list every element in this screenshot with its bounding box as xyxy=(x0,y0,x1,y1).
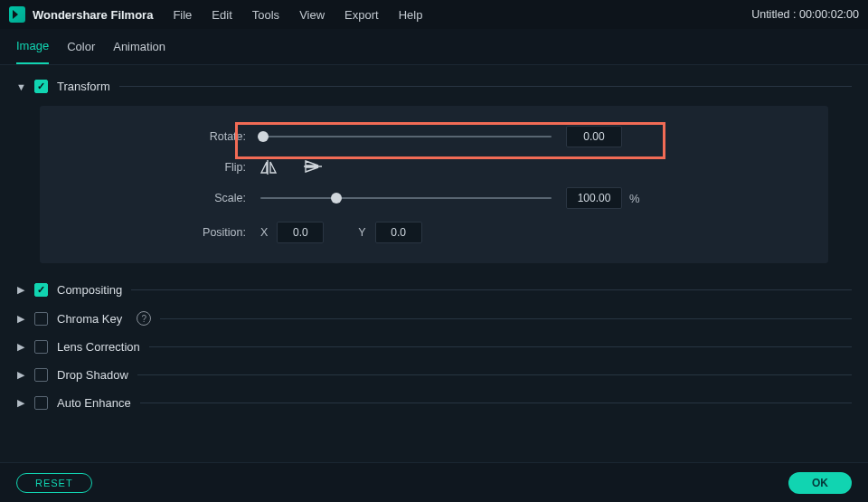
menu-help[interactable]: Help xyxy=(399,8,423,22)
app-title: Wondershare Filmora xyxy=(33,8,153,22)
rotate-label: Rotate: xyxy=(65,130,260,143)
section-label-drop[interactable]: Drop Shadow xyxy=(57,368,128,382)
divider xyxy=(149,346,852,347)
scale-slider[interactable] xyxy=(260,197,552,199)
position-x-label: X xyxy=(260,226,268,239)
caret-right-icon[interactable]: ▶ xyxy=(16,369,25,381)
caret-right-icon[interactable]: ▶ xyxy=(16,313,25,325)
rotate-slider-thumb[interactable] xyxy=(258,131,269,142)
help-icon[interactable]: ? xyxy=(137,311,151,326)
project-title: Untitled : 00:00:02:00 xyxy=(751,8,859,21)
checkbox-chroma[interactable] xyxy=(34,312,48,326)
menu-file[interactable]: File xyxy=(173,8,192,22)
divider xyxy=(131,289,852,290)
footer: RESET OK xyxy=(0,462,868,502)
tab-image[interactable]: Image xyxy=(16,29,49,64)
menu-export[interactable]: Export xyxy=(344,8,379,22)
flip-vertical-icon[interactable] xyxy=(304,160,322,175)
section-label-auto[interactable]: Auto Enhance xyxy=(57,396,131,410)
property-tabs: Image Color Animation xyxy=(0,29,868,65)
scale-slider-thumb[interactable] xyxy=(331,193,342,204)
section-label-lens[interactable]: Lens Correction xyxy=(57,340,140,354)
transform-body: Rotate: Flip: Scale: % xyxy=(40,106,828,263)
rotate-row: Rotate: xyxy=(65,126,803,147)
section-chroma-header[interactable]: ▶ Chroma Key ? xyxy=(0,304,868,333)
checkbox-lens[interactable] xyxy=(34,340,48,354)
divider xyxy=(137,374,852,375)
caret-right-icon[interactable]: ▶ xyxy=(16,284,25,296)
menubar: Wondershare Filmora File Edit Tools View… xyxy=(0,0,868,29)
scale-row: Scale: % xyxy=(65,187,803,209)
reset-button[interactable]: RESET xyxy=(16,473,92,493)
position-y-label: Y xyxy=(358,226,365,239)
checkbox-compositing[interactable] xyxy=(34,283,48,297)
rotate-value-input[interactable] xyxy=(566,126,622,147)
section-transform-header[interactable]: ▼ Transform xyxy=(0,72,868,100)
section-label-compositing[interactable]: Compositing xyxy=(57,283,122,297)
position-y-input[interactable] xyxy=(375,222,422,243)
menu-tools[interactable]: Tools xyxy=(252,8,279,22)
app-logo-wrap: Wondershare Filmora xyxy=(9,6,153,23)
section-label-chroma[interactable]: Chroma Key xyxy=(57,312,122,326)
caret-right-icon[interactable]: ▶ xyxy=(16,397,25,409)
scale-unit: % xyxy=(629,192,640,205)
section-compositing-header[interactable]: ▶ Compositing xyxy=(0,276,868,304)
scale-label: Scale: xyxy=(65,192,260,204)
position-row: Position: X Y xyxy=(65,222,803,243)
tab-color[interactable]: Color xyxy=(67,30,95,63)
checkbox-transform[interactable] xyxy=(34,80,48,93)
position-x-input[interactable] xyxy=(277,222,324,243)
properties-panel: ▼ Transform Rotate: Flip: Sc xyxy=(0,65,868,471)
flip-horizontal-icon[interactable] xyxy=(260,160,277,175)
app-logo-icon xyxy=(9,6,25,23)
caret-down-icon[interactable]: ▼ xyxy=(16,81,25,92)
section-lens-header[interactable]: ▶ Lens Correction xyxy=(0,333,868,361)
position-label: Position: xyxy=(65,226,260,239)
checkbox-auto[interactable] xyxy=(34,396,48,410)
scale-value-input[interactable] xyxy=(566,187,622,209)
menu-items: File Edit Tools View Export Help xyxy=(173,8,422,22)
rotate-slider[interactable] xyxy=(260,136,552,137)
checkbox-drop[interactable] xyxy=(34,368,48,382)
menu-edit[interactable]: Edit xyxy=(212,8,231,22)
flip-row: Flip: xyxy=(65,160,803,175)
divider xyxy=(160,318,852,319)
tab-animation[interactable]: Animation xyxy=(113,30,165,63)
section-drop-header[interactable]: ▶ Drop Shadow xyxy=(0,361,868,389)
ok-button[interactable]: OK xyxy=(788,472,852,494)
divider xyxy=(119,86,852,87)
section-label-transform[interactable]: Transform xyxy=(57,80,110,93)
caret-right-icon[interactable]: ▶ xyxy=(16,341,25,353)
divider xyxy=(140,403,852,403)
section-auto-header[interactable]: ▶ Auto Enhance xyxy=(0,389,868,417)
menu-view[interactable]: View xyxy=(299,8,325,22)
flip-label: Flip: xyxy=(65,161,260,174)
